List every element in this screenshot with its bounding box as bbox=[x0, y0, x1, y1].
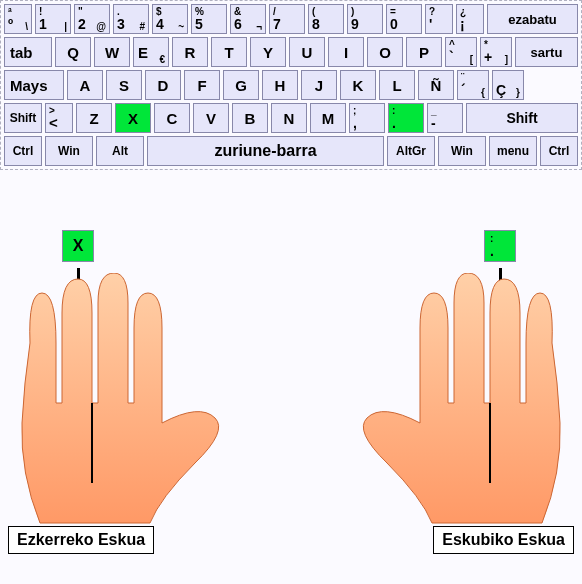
right-hand-icon bbox=[342, 273, 582, 533]
key-d[interactable]: D bbox=[145, 70, 181, 100]
left-hand-icon bbox=[0, 273, 240, 533]
left-hand-label: Ezkerreko Eskua bbox=[8, 526, 154, 554]
key-a[interactable]: A bbox=[67, 70, 103, 100]
key-rshift[interactable]: Shift bbox=[466, 103, 578, 133]
key-0[interactable]: =0 bbox=[386, 4, 422, 34]
hands-area: X :. Ezkerreko Eskua Eskubiko Eskua bbox=[0, 170, 582, 550]
key-menu[interactable]: menu bbox=[489, 136, 537, 166]
row-space: Ctrl Win Alt zuriune-barra AltGr Win men… bbox=[4, 136, 578, 166]
row-zxcv: Shift >< Z X C V B N M ;, :. _- Shift bbox=[4, 103, 578, 133]
key-m[interactable]: M bbox=[310, 103, 346, 133]
left-cue: X bbox=[62, 230, 94, 262]
key-comma[interactable]: ;, bbox=[349, 103, 385, 133]
key-lshift[interactable]: Shift bbox=[4, 103, 42, 133]
row-numbers: ªº\ !1| "2@ .3# $4~ %5 &6¬ /7 (8 )9 =0 ?… bbox=[4, 4, 578, 34]
key-enter[interactable]: sartu bbox=[515, 37, 578, 67]
right-cue: :. bbox=[484, 230, 516, 262]
key-4[interactable]: $4~ bbox=[152, 4, 188, 34]
key-g[interactable]: G bbox=[223, 70, 259, 100]
key-y[interactable]: Y bbox=[250, 37, 286, 67]
key-9[interactable]: )9 bbox=[347, 4, 383, 34]
key-space[interactable]: zuriune-barra bbox=[147, 136, 384, 166]
key-plus[interactable]: *+] bbox=[480, 37, 512, 67]
key-e[interactable]: E€ bbox=[133, 37, 169, 67]
key-q[interactable]: Q bbox=[55, 37, 91, 67]
key-7[interactable]: /7 bbox=[269, 4, 305, 34]
key-b[interactable]: B bbox=[232, 103, 268, 133]
key-6[interactable]: &6¬ bbox=[230, 4, 266, 34]
key-2[interactable]: "2@ bbox=[74, 4, 110, 34]
key-3[interactable]: .3# bbox=[113, 4, 149, 34]
key-tilde[interactable]: ªº\ bbox=[4, 4, 32, 34]
key-r[interactable]: R bbox=[172, 37, 208, 67]
key-5[interactable]: %5 bbox=[191, 4, 227, 34]
key-p[interactable]: P bbox=[406, 37, 442, 67]
key-v[interactable]: V bbox=[193, 103, 229, 133]
key-o[interactable]: O bbox=[367, 37, 403, 67]
key-enye[interactable]: Ñ bbox=[418, 70, 454, 100]
row-qwerty: tab Q W E€ R T Y U I O P ^`[ *+] sartu bbox=[4, 37, 578, 67]
key-inverted[interactable]: ¿¡ bbox=[456, 4, 484, 34]
right-hand-label: Eskubiko Eskua bbox=[433, 526, 574, 554]
key-u[interactable]: U bbox=[289, 37, 325, 67]
key-t[interactable]: T bbox=[211, 37, 247, 67]
key-cedilla[interactable]: Ç} bbox=[492, 70, 524, 100]
key-rctrl[interactable]: Ctrl bbox=[540, 136, 578, 166]
key-l[interactable]: L bbox=[379, 70, 415, 100]
key-x[interactable]: X bbox=[115, 103, 151, 133]
key-z[interactable]: Z bbox=[76, 103, 112, 133]
key-j[interactable]: J bbox=[301, 70, 337, 100]
key-caps[interactable]: Mays bbox=[4, 70, 64, 100]
key-lessthan[interactable]: >< bbox=[45, 103, 73, 133]
key-8[interactable]: (8 bbox=[308, 4, 344, 34]
key-tab[interactable]: tab bbox=[4, 37, 52, 67]
key-umlaut[interactable]: ¨´{ bbox=[457, 70, 489, 100]
key-dash[interactable]: _- bbox=[427, 103, 463, 133]
key-f[interactable]: F bbox=[184, 70, 220, 100]
key-n[interactable]: N bbox=[271, 103, 307, 133]
key-c[interactable]: C bbox=[154, 103, 190, 133]
key-backspace[interactable]: ezabatu bbox=[487, 4, 578, 34]
key-i[interactable]: I bbox=[328, 37, 364, 67]
key-lwin[interactable]: Win bbox=[45, 136, 93, 166]
key-lalt[interactable]: Alt bbox=[96, 136, 144, 166]
key-caret[interactable]: ^`[ bbox=[445, 37, 477, 67]
key-k[interactable]: K bbox=[340, 70, 376, 100]
key-lctrl[interactable]: Ctrl bbox=[4, 136, 42, 166]
key-question[interactable]: ?' bbox=[425, 4, 453, 34]
right-cue-bl: . bbox=[490, 243, 494, 259]
key-h[interactable]: H bbox=[262, 70, 298, 100]
row-asdf: Mays A S D F G H J K L Ñ ¨´{ Ç} bbox=[4, 70, 578, 100]
key-1[interactable]: !1| bbox=[35, 4, 71, 34]
key-s[interactable]: S bbox=[106, 70, 142, 100]
key-rwin[interactable]: Win bbox=[438, 136, 486, 166]
key-period[interactable]: :. bbox=[388, 103, 424, 133]
key-w[interactable]: W bbox=[94, 37, 130, 67]
key-altgr[interactable]: AltGr bbox=[387, 136, 435, 166]
keyboard: ªº\ !1| "2@ .3# $4~ %5 &6¬ /7 (8 )9 =0 ?… bbox=[0, 0, 582, 170]
